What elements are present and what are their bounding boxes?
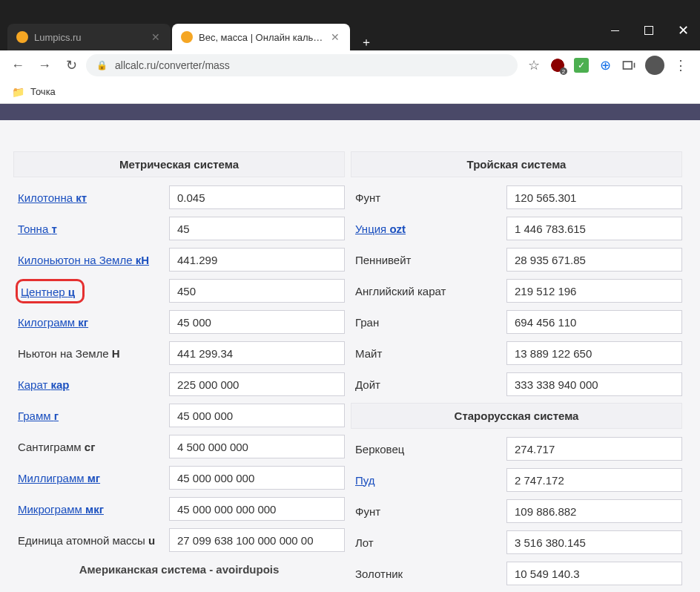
titlebar-spacer (0, 0, 700, 15)
unit-row: Лот (351, 527, 682, 558)
ublock-extension-icon[interactable] (550, 58, 565, 73)
unit-value-cell (169, 497, 345, 521)
tab-close-button[interactable]: ✕ (150, 31, 162, 43)
unit-label: Берковец (355, 443, 404, 455)
unit-value-input[interactable] (506, 217, 682, 240)
troy-oldrussian-column: Тройская система ФунтУнция oztПеннивейтА… (351, 151, 682, 589)
unit-row: Единица атомной массы u (13, 524, 345, 556)
unit-row: Фунт (351, 496, 682, 527)
unit-value-input[interactable] (169, 310, 345, 334)
unit-value-input[interactable] (506, 279, 682, 303)
unit-value-cell (506, 437, 682, 461)
unit-value-cell (506, 279, 682, 303)
unit-label-cell: Фунт (351, 505, 506, 518)
unit-label: Золотник (355, 568, 403, 580)
unit-value-input[interactable] (169, 372, 345, 396)
unit-value-input[interactable] (506, 185, 682, 209)
unit-link[interactable]: Миллиграмм мг (18, 472, 100, 484)
unit-value-input[interactable] (506, 437, 682, 461)
lock-icon: 🔒 (96, 60, 108, 70)
unit-link[interactable]: Килотонна кт (18, 191, 87, 204)
unit-label-cell: Тонна т (13, 223, 169, 235)
unit-link[interactable]: Килограмм кг (18, 316, 88, 329)
unit-label: Английский карат (355, 285, 446, 297)
unit-row: Миллиграмм мг (13, 462, 345, 493)
metric-header: Метрическая система (13, 151, 345, 177)
nav-back-button[interactable]: ← (6, 53, 30, 77)
unit-value-input[interactable] (169, 528, 345, 552)
unit-value-input[interactable] (169, 435, 345, 458)
unit-link[interactable]: Центнер ц (21, 286, 75, 298)
unit-value-input[interactable] (506, 310, 682, 334)
unit-value-cell (506, 372, 682, 396)
tab-strip: Lumpics.ru ✕ Вес, масса | Онлайн калькул… (0, 15, 700, 50)
toolbar-icons: ☆ ⊕ ⋮ (521, 56, 694, 75)
unit-value-input[interactable] (169, 279, 345, 303)
unit-link[interactable]: Килоньютон на Земле кН (18, 254, 149, 266)
unit-row: Пуд (351, 464, 682, 496)
unit-row: Сантиграмм сг (13, 431, 345, 462)
window-maximize[interactable] (632, 15, 666, 46)
unit-row: Гран (351, 306, 682, 338)
unit-value-input[interactable] (506, 562, 682, 585)
page-content[interactable]: Метрическая система Килотонна ктТонна тК… (0, 104, 700, 592)
unit-value-input[interactable] (169, 497, 345, 521)
unit-label-cell: Гран (351, 316, 506, 329)
translate-icon[interactable]: ⊕ (598, 58, 612, 73)
unit-value-cell (169, 341, 345, 365)
unit-value-input[interactable] (169, 466, 345, 490)
unit-value-input[interactable] (169, 404, 345, 427)
url-text: allcalc.ru/converter/mass (115, 59, 230, 71)
tab-allcalc[interactable]: Вес, масса | Онлайн калькулято ✕ (172, 24, 350, 50)
browser-toolbar: ← → ↻ 🔒 allcalc.ru/converter/mass ☆ ⊕ ⋮ (0, 50, 700, 80)
unit-value-input[interactable] (506, 248, 682, 272)
bookmark-folder-icon: 📁 (12, 86, 24, 98)
unit-label: Майт (355, 347, 382, 360)
tab-lumpics[interactable]: Lumpics.ru ✕ (7, 24, 171, 50)
window-close[interactable]: ✕ (666, 15, 700, 46)
unit-value-input[interactable] (506, 530, 682, 554)
unit-value-input[interactable] (506, 372, 682, 396)
unit-row: Микрограмм мкг (13, 493, 345, 524)
nav-forward-button[interactable]: → (33, 53, 56, 77)
unit-link[interactable]: Грамм г (18, 410, 59, 422)
unit-link[interactable]: Унция ozt (355, 223, 406, 235)
unit-link[interactable]: Пуд (355, 474, 375, 487)
nav-reload-button[interactable]: ↻ (59, 53, 83, 77)
unit-value-cell (169, 528, 345, 552)
profile-avatar[interactable] (645, 56, 664, 75)
unit-value-input[interactable] (169, 248, 345, 272)
unit-label: Фунт (355, 191, 380, 204)
unit-value-input[interactable] (506, 341, 682, 365)
favicon-allcalc (181, 31, 193, 43)
unit-value-input[interactable] (169, 185, 345, 209)
unit-row: Дойт (351, 369, 682, 400)
unit-value-input[interactable] (506, 499, 682, 523)
unit-row: Килоньютон на Земле кН (13, 244, 345, 275)
unit-value-input[interactable] (169, 341, 345, 365)
unit-value-input[interactable] (169, 217, 345, 240)
media-icon[interactable] (621, 58, 636, 73)
window-minimize[interactable] (598, 15, 632, 46)
unit-link[interactable]: Тонна т (18, 223, 57, 235)
browser-menu-button[interactable]: ⋮ (673, 58, 688, 73)
check-extension-icon[interactable] (574, 58, 589, 73)
unit-link[interactable]: Микрограмм мкг (18, 503, 104, 516)
new-tab-button[interactable]: ＋ (350, 35, 383, 50)
unit-row: Берковец (351, 433, 682, 464)
unit-label: Единица атомной массы u (18, 534, 155, 547)
bookmark-star-icon[interactable]: ☆ (526, 58, 541, 73)
address-bar[interactable]: 🔒 allcalc.ru/converter/mass (86, 54, 518, 76)
tab-title: Lumpics.ru (34, 32, 144, 43)
unit-value-cell (506, 185, 682, 209)
unit-value-input[interactable] (506, 468, 682, 492)
unit-label-cell: Пеннивейт (351, 254, 506, 266)
tab-close-button[interactable]: ✕ (329, 31, 341, 43)
unit-label: Гран (355, 316, 379, 329)
unit-row: Ньютон на Земле Н (13, 338, 345, 369)
bookmark-folder[interactable]: Точка (30, 86, 56, 97)
unit-value-cell (169, 372, 345, 396)
unit-row: Тонна т (13, 213, 345, 244)
unit-value-cell (169, 310, 345, 334)
unit-link[interactable]: Карат кар (18, 378, 70, 391)
